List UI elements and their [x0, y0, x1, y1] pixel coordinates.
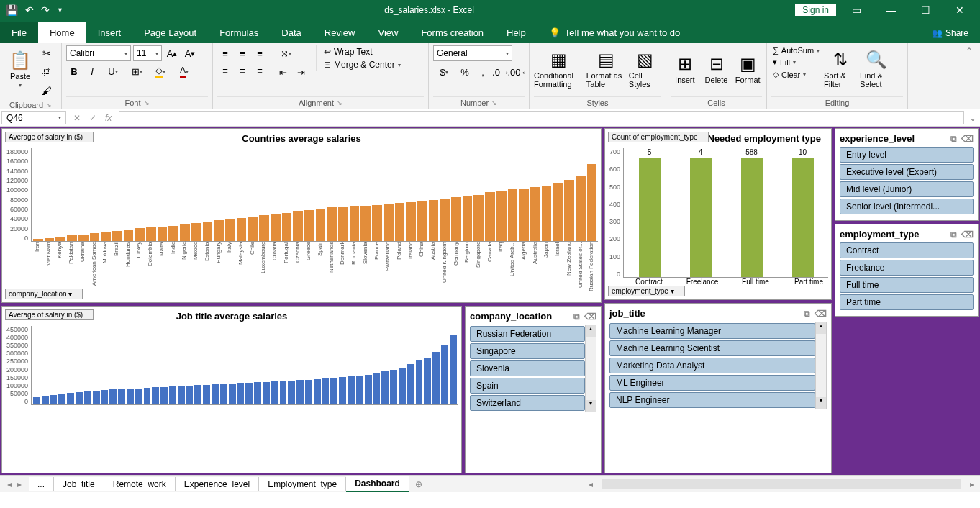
fill-color-button[interactable]: ◇ ▾	[150, 63, 171, 79]
multiselect-icon[interactable]: ⧉	[950, 134, 957, 144]
sort-filter-button[interactable]: ⇅Sort & Filter	[824, 45, 857, 93]
sheet-tab-employment-type[interactable]: Employment_type	[259, 477, 346, 491]
tell-me-search[interactable]: 💡Tell me what you want to do	[537, 22, 691, 43]
tab-formulas[interactable]: Formulas	[208, 22, 270, 43]
comma-button[interactable]: ,	[475, 64, 491, 80]
location-scrollbar[interactable]: ▴▾	[585, 325, 596, 412]
slicer-item[interactable]: Senior level (Intermedi...	[840, 199, 974, 214]
tab-forms[interactable]: Forms creation	[409, 22, 495, 43]
bold-button[interactable]: B	[66, 63, 82, 79]
save-icon[interactable]: 💾	[6, 4, 18, 16]
find-select-button[interactable]: 🔍Find & Select	[860, 45, 893, 93]
cancel-formula-icon[interactable]: ✕	[73, 113, 81, 123]
format-as-table-button[interactable]: ▤Format as Table	[586, 45, 626, 93]
wrap-text-button[interactable]: ↩Wrap Text	[319, 45, 405, 58]
countries-chart-panel[interactable]: Average of salary in ($) Countries avera…	[1, 128, 602, 303]
minimize-icon[interactable]: —	[876, 4, 905, 16]
increase-indent-button[interactable]: ⇥	[293, 64, 309, 80]
countries-filter[interactable]: company_location ▾	[5, 289, 83, 299]
align-left-button[interactable]: ≡	[217, 63, 233, 78]
conditional-formatting-button[interactable]: ▦Conditional Formatting	[534, 45, 584, 93]
clipboard-launcher[interactable]: ↘	[46, 101, 52, 109]
slicer-item[interactable]: Entry level	[840, 147, 974, 163]
slicer-item[interactable]: Part time	[840, 294, 974, 310]
slicer-item[interactable]: ML Engineer	[609, 375, 815, 391]
slicer-experience-level[interactable]: experience_level⧉⌫ Entry levelExecutive …	[835, 128, 979, 221]
format-cells-button[interactable]: ▣Format	[733, 45, 762, 93]
tab-insert[interactable]: Insert	[86, 22, 133, 43]
expand-formula-bar[interactable]: ⌄	[966, 109, 980, 126]
redo-icon[interactable]: ↷	[41, 4, 50, 16]
slicer-employment-type[interactable]: employment_type⧉⌫ ContractFreelanceFull …	[835, 224, 979, 317]
insert-cells-button[interactable]: ⊞Insert	[671, 45, 699, 93]
multiselect-icon[interactable]: ⧉	[950, 230, 957, 240]
close-icon[interactable]: ✕	[945, 4, 974, 16]
cut-button[interactable]: ✂	[39, 45, 55, 61]
clear-filter-icon[interactable]: ⌫	[815, 309, 827, 319]
cell-styles-button[interactable]: ▧Cell Styles	[629, 45, 661, 93]
sheet-tab-remote-work[interactable]: Remote_work	[104, 477, 176, 491]
slicer-item[interactable]: Freelance	[840, 260, 974, 276]
clear-filter-icon[interactable]: ⌫	[584, 312, 596, 322]
font-launcher[interactable]: ↘	[144, 99, 150, 106]
multiselect-icon[interactable]: ⧉	[573, 312, 580, 322]
merge-center-button[interactable]: ⊟Merge & Center▾	[319, 58, 405, 71]
decrease-font-button[interactable]: A▾	[182, 45, 198, 61]
align-right-button[interactable]: ≡	[252, 63, 268, 78]
employment-chart-panel[interactable]: Count of employment_type Needed employme…	[604, 128, 832, 300]
slicer-item[interactable]: Machine Learning Manager	[609, 323, 815, 339]
slicer-item[interactable]: NLP Engineer	[609, 392, 815, 408]
jobtitle-chart-panel[interactable]: Average of salary in ($) Job title avera…	[1, 306, 462, 473]
number-format-combo[interactable]: General▾	[433, 45, 512, 61]
sheet-tab-more[interactable]: ...	[29, 477, 54, 491]
currency-button[interactable]: $ ▾	[433, 64, 455, 80]
tab-nav-first[interactable]: ◂	[7, 479, 12, 489]
sheet-tab-dashboard[interactable]: Dashboard	[346, 476, 409, 492]
hscroll-track[interactable]	[602, 479, 961, 489]
signin-button[interactable]: Sign in	[795, 4, 836, 16]
undo-icon[interactable]: ↶	[25, 4, 34, 16]
slicer-item[interactable]: Mid level (Junior)	[840, 181, 974, 197]
slicer-item[interactable]: Switzerland	[470, 395, 585, 411]
fx-icon[interactable]: fx	[105, 113, 112, 123]
clear-filter-icon[interactable]: ⌫	[961, 230, 974, 240]
jobtitle-scrollbar[interactable]: ▴▾	[815, 322, 827, 409]
tab-view[interactable]: View	[366, 22, 409, 43]
collapse-ribbon-button[interactable]: ⌃	[958, 43, 980, 109]
increase-decimal-button[interactable]: .0→	[493, 64, 509, 80]
tab-home[interactable]: Home	[38, 22, 86, 43]
new-sheet-button[interactable]: ⊕	[409, 479, 428, 489]
align-bottom-button[interactable]: ≡	[252, 45, 268, 61]
font-color-button[interactable]: A ▾	[173, 63, 195, 79]
share-button[interactable]: 👥Share	[920, 23, 980, 43]
tab-help[interactable]: Help	[495, 22, 537, 43]
align-center-button[interactable]: ≡	[235, 63, 250, 78]
decrease-indent-button[interactable]: ⇤	[275, 64, 291, 80]
fill-button[interactable]: ▾Fill▾	[771, 57, 821, 68]
paste-button[interactable]: 📋Paste▾	[4, 45, 36, 93]
slicer-company-location[interactable]: company_location⧉⌫ Russian FederationSin…	[465, 306, 602, 473]
autosum-button[interactable]: ∑AutoSum▾	[771, 45, 821, 55]
slicer-item[interactable]: Slovenia	[470, 360, 585, 376]
format-painter-button[interactable]: 🖌	[39, 83, 55, 99]
increase-font-button[interactable]: A▴	[164, 45, 180, 61]
copy-button[interactable]: ⿻	[39, 64, 55, 80]
slicer-job-title[interactable]: job_title⧉⌫ Machine Learning ManagerMach…	[604, 303, 832, 473]
name-box[interactable]: Q46▾	[1, 111, 66, 124]
tab-review[interactable]: Review	[313, 22, 367, 43]
slicer-item[interactable]: Marketing Data Analyst	[609, 358, 815, 373]
slicer-item[interactable]: Singapore	[470, 343, 585, 359]
decrease-decimal-button[interactable]: .00←	[511, 64, 527, 80]
slicer-item[interactable]: Spain	[470, 378, 585, 394]
clear-button[interactable]: ◇Clear▾	[771, 69, 821, 80]
sheet-tab-experience-level[interactable]: Experience_level	[176, 477, 259, 491]
italic-button[interactable]: I	[84, 63, 100, 79]
underline-button[interactable]: U ▾	[102, 63, 124, 79]
hscroll-left[interactable]: ◂	[583, 479, 599, 489]
tab-nav-last[interactable]: ▸	[17, 479, 22, 489]
tab-file[interactable]: File	[0, 22, 38, 43]
number-launcher[interactable]: ↘	[491, 99, 497, 106]
enter-formula-icon[interactable]: ✓	[89, 113, 96, 123]
hscroll-right[interactable]: ▸	[964, 479, 980, 489]
borders-button[interactable]: ⊞ ▾	[126, 63, 148, 79]
